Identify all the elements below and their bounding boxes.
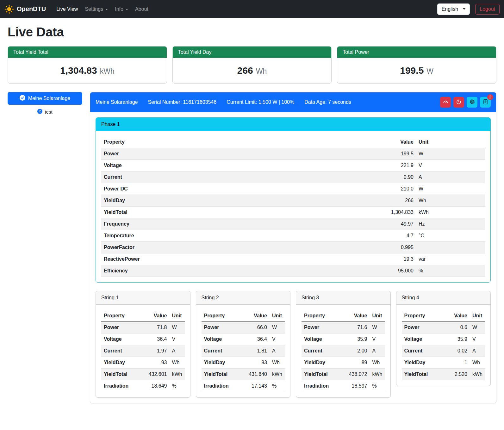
- cell-property: ReactivePower: [101, 253, 289, 265]
- cell-unit: kWh: [370, 369, 385, 380]
- table-header-row: Property Value Unit: [202, 310, 285, 322]
- string-card-title: String 4: [396, 291, 491, 305]
- cell-property: YieldTotal: [101, 369, 140, 380]
- nav-live-view[interactable]: Live View: [53, 4, 81, 15]
- cell-value: 36.4: [240, 333, 270, 345]
- cell-property: PowerFactor: [101, 242, 289, 253]
- cell-property: Temperature: [101, 230, 289, 242]
- cell-property: YieldTotal: [101, 207, 289, 218]
- table-row: Irradiation18.597%: [302, 380, 385, 392]
- cell-value: 1: [443, 357, 470, 369]
- journal-icon: [482, 99, 488, 106]
- column-header-unit: Unit: [270, 310, 285, 322]
- nav-info[interactable]: Info: [111, 4, 132, 15]
- string-card-title: String 3: [296, 291, 390, 305]
- sun-logo-icon: [4, 4, 14, 14]
- logout-button[interactable]: Logout: [475, 4, 500, 15]
- cell-property: Current: [202, 345, 240, 357]
- cell-value: 4.7: [289, 230, 416, 242]
- inverter-limit: Current Limit: 1,500 W | 100%: [227, 99, 294, 105]
- cell-property: Voltage: [402, 333, 444, 345]
- cell-unit: Wh: [170, 357, 185, 369]
- inverter-select-button[interactable]: Meine Solaranlage: [8, 92, 82, 105]
- cell-unit: kWh: [170, 369, 185, 380]
- string-card-1: String 1 Property Value Unit: [96, 291, 190, 398]
- inverter-actions: 2: [440, 97, 491, 108]
- chevron-down-icon: [126, 9, 128, 10]
- cell-value: 1.97: [140, 345, 170, 357]
- total-power-card: Total Power 199.5W: [337, 46, 496, 84]
- chevron-down-icon: [463, 8, 465, 10]
- inverter-name: Meine Solaranlage: [96, 99, 138, 105]
- cell-value: 221.9: [289, 160, 416, 171]
- table-header-row: Property Value Unit: [101, 310, 185, 322]
- nav-settings[interactable]: Settings: [81, 4, 111, 15]
- cell-property: Current: [101, 171, 289, 183]
- table-row: Power66.0W: [202, 322, 285, 333]
- power-button[interactable]: [453, 97, 464, 108]
- cell-property: Irradiation: [302, 380, 340, 392]
- power-icon: [456, 99, 462, 106]
- string-card-2: String 2 Property Value Unit: [196, 291, 291, 398]
- cell-value: 89: [340, 357, 370, 369]
- cell-property: YieldDay: [101, 195, 289, 207]
- cell-unit: Wh: [270, 357, 285, 369]
- summary-cards-row: Total Yield Total 1,304.83kWh Total Yiel…: [8, 46, 496, 84]
- phase-card-title: Phase 1: [96, 118, 490, 131]
- cell-value: 49.97: [289, 218, 416, 230]
- table-row: Current0.02A: [402, 345, 485, 357]
- device-info-button[interactable]: [467, 97, 477, 108]
- cell-property: YieldTotal: [202, 369, 240, 380]
- total-yield-day-unit: Wh: [256, 67, 267, 75]
- card-body: 266Wh: [173, 58, 332, 83]
- cell-property: Irradiation: [101, 380, 140, 392]
- event-log-button[interactable]: 2: [480, 97, 491, 108]
- cell-value: 2.520: [443, 369, 470, 380]
- table-row: ReactivePower19.3var: [101, 253, 485, 265]
- card-title: Total Yield Day: [173, 47, 332, 58]
- column-header-property: Property: [402, 310, 444, 322]
- table-row: YieldDay89Wh: [302, 357, 385, 369]
- check-circle-icon: [20, 95, 25, 102]
- column-header-value: Value: [289, 136, 416, 148]
- cell-property: Power: [202, 322, 240, 333]
- table-row: Irradiation17.143%: [202, 380, 285, 392]
- cell-value: 0.02: [443, 345, 470, 357]
- cell-value: 0.6: [443, 322, 470, 333]
- card-title: Total Power: [337, 47, 496, 58]
- cell-unit: W: [370, 322, 385, 333]
- inverter-select-label: Meine Solaranlage: [28, 96, 70, 101]
- total-yield-day-value: 266: [237, 65, 253, 76]
- cell-unit: kWh: [270, 369, 285, 380]
- inverter-offline-label: test: [45, 109, 52, 115]
- language-select[interactable]: English: [437, 3, 470, 15]
- card-body: 1,304.83kWh: [8, 58, 167, 83]
- brand-label: OpenDTU: [17, 5, 46, 13]
- string-card-body: Property Value Unit Power71.8WVoltage36.…: [96, 305, 190, 397]
- card-body: 199.5W: [337, 58, 496, 83]
- cell-value: 0.995: [289, 242, 416, 253]
- limit-settings-button[interactable]: [440, 97, 451, 108]
- brand[interactable]: OpenDTU: [4, 4, 46, 14]
- cell-unit: W: [416, 148, 485, 160]
- cell-property: Voltage: [101, 160, 289, 171]
- string-card-body: Property Value Unit Power66.0WVoltage36.…: [196, 305, 290, 397]
- table-row: YieldTotal432.601kWh: [101, 369, 185, 380]
- cell-unit: kWh: [470, 369, 485, 380]
- cell-value: 36.4: [140, 333, 170, 345]
- table-row: Power71.8W: [101, 322, 185, 333]
- table-row: Current1.97A: [101, 345, 185, 357]
- nav-about[interactable]: About: [132, 4, 152, 15]
- cell-property: Power: [101, 148, 289, 160]
- table-row: Current1.81A: [202, 345, 285, 357]
- column-header-unit: Unit: [370, 310, 385, 322]
- inverter-offline-item[interactable]: test: [8, 109, 82, 115]
- cell-unit: A: [370, 345, 385, 357]
- cell-property: Voltage: [302, 333, 340, 345]
- table-row: YieldDay1Wh: [402, 357, 485, 369]
- cell-unit: V: [416, 160, 485, 171]
- cell-unit: W: [416, 183, 485, 195]
- cell-unit: %: [370, 380, 385, 392]
- cell-property: Frequency: [101, 218, 289, 230]
- cell-property: Voltage: [101, 333, 140, 345]
